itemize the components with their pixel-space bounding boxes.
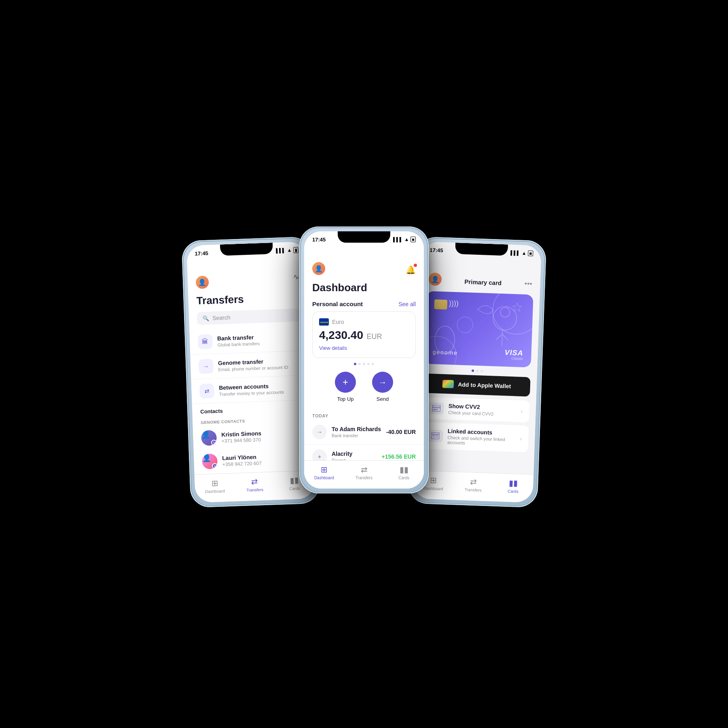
tab-dashboard-label-left: Dashboard	[205, 489, 225, 494]
tx-adam-richards[interactable]: → To Adam Richards Bank transfer -40.00 …	[304, 420, 424, 444]
tab-cards-center[interactable]: ▮▮ Cards	[384, 465, 424, 480]
svg-line-4	[502, 334, 508, 340]
tab-dashboard-icon-center: ⊞	[321, 465, 328, 474]
trend-icon[interactable]: ∿	[293, 273, 299, 282]
personal-account-section: Personal account See all	[304, 299, 424, 311]
avatar-person-icon: 👤	[198, 278, 207, 286]
signal-icon-r: ▌▌▌	[510, 250, 520, 256]
tab-dashboard-label-center: Dashboard	[314, 476, 334, 480]
more-options-icon[interactable]: •••	[524, 279, 532, 288]
tab-dashboard-label-right: Dashboard	[423, 486, 443, 491]
between-accounts-item[interactable]: ⇄ Between accounts Transfer money to you…	[191, 375, 312, 404]
tab-dashboard-center[interactable]: ⊞ Dashboard	[304, 465, 344, 480]
tab-transfers-left[interactable]: ⇄ Transfers	[235, 476, 275, 493]
top-up-button[interactable]: + Top Up	[335, 372, 356, 402]
between-accounts-icon: ⇄	[199, 383, 214, 398]
dashboard-title: Dashboard	[304, 281, 424, 299]
tx-amount-1: -40.00 EUR	[386, 429, 416, 435]
top-up-label: Top Up	[337, 396, 353, 402]
genome-transfer-icon: →	[199, 359, 214, 374]
card-chip	[434, 299, 447, 309]
tab-transfers-icon-left: ⇄	[251, 477, 258, 487]
today-label: TODAY	[304, 410, 424, 420]
tab-transfers-right[interactable]: ⇄ Transfers	[453, 476, 493, 493]
cvv2-icon	[429, 402, 444, 414]
card-visual[interactable]: )))) genome VISA Classic	[424, 291, 533, 368]
tab-bar-center: ⊞ Dashboard ⇄ Transfers ▮▮ Cards	[304, 460, 424, 489]
notch-right	[455, 243, 508, 256]
tx-amount-2: +156.56 EUR	[382, 453, 416, 460]
status-icons-right: ▌▌▌ ▲ ■	[510, 250, 533, 256]
tab-cards-icon-left: ▮▮	[290, 475, 299, 485]
primary-card-label: Primary card	[464, 278, 502, 286]
tab-transfers-icon-right: ⇄	[470, 477, 477, 487]
user-avatar-left[interactable]: 👤	[196, 275, 209, 289]
battery-icon-c: ■	[411, 237, 416, 242]
linked-accounts-option[interactable]: Linked accounts Check and switch your li…	[421, 422, 529, 452]
dot-1	[354, 363, 356, 365]
status-icons-left: ▌▌▌ ▲ ▮	[276, 247, 298, 254]
svg-point-0	[493, 306, 517, 331]
avatar-badge-1: G	[211, 440, 217, 445]
tab-transfers-icon-center: ⇄	[361, 465, 368, 474]
linked-accounts-icon	[428, 430, 443, 442]
tab-transfers-label-right: Transfers	[465, 487, 482, 492]
avatar-badge-2: G	[212, 463, 218, 469]
dot-4	[367, 363, 370, 365]
wifi-icon: ▲	[287, 247, 292, 253]
show-cvv2-option[interactable]: Show CVV2 Check your card CVV2 ›	[422, 397, 530, 422]
euro-flag: ★★★★★	[319, 318, 329, 326]
contact-person-icon-1: 👤	[201, 431, 210, 439]
tab-dashboard-left[interactable]: ⊞ Dashboard	[195, 478, 235, 494]
tab-transfers-center[interactable]: ⇄ Transfers	[344, 465, 384, 480]
genome-transfer-item[interactable]: → Genome transfer Email, phone number or…	[190, 351, 311, 379]
svg-rect-15	[432, 436, 438, 438]
notification-badge[interactable]: 🔔	[406, 265, 416, 275]
svg-point-7	[457, 317, 473, 333]
card-brand-genome: genome	[432, 349, 458, 356]
user-avatar-right[interactable]: 👤	[428, 273, 442, 286]
send-button[interactable]: → Send	[372, 372, 393, 402]
contact-lauri[interactable]: 👤 G Lauri Ylönen +358 942 720 607	[194, 446, 314, 474]
balance-card[interactable]: ★★★★★ Euro 4,230.40 EUR View details	[312, 311, 416, 358]
tab-bar-left: ⊞ Dashboard ⇄ Transfers ▮▮ Cards	[195, 470, 315, 503]
contact-person-icon-2: 👤	[202, 454, 211, 463]
svg-rect-10	[433, 409, 438, 410]
notch-center	[338, 231, 390, 243]
battery-icon: ▮	[293, 247, 298, 253]
tx-name-2: Alacrity	[332, 451, 382, 457]
action-row: + Top Up → Send	[304, 372, 424, 410]
dash-header: 👤 🔔	[304, 246, 424, 281]
notification-dot	[414, 264, 417, 267]
contact-kristin[interactable]: 👤 G Kristin Simons +371 944 580 370	[193, 423, 313, 450]
pagination-dots	[304, 358, 424, 372]
tab-transfers-label-left: Transfers	[246, 487, 263, 492]
transfers-title: Transfers	[196, 293, 244, 307]
phone-right: 17:45 ▌▌▌ ▲ ■ 👤 Primary card •••	[408, 237, 547, 508]
wifi-icon-r: ▲	[522, 250, 527, 256]
tx-name-1: To Adam Richards	[332, 426, 386, 432]
arrow-right-icon: →	[379, 378, 387, 387]
linked-accounts-card-icon	[431, 432, 440, 439]
bank-transfer-item[interactable]: 🏛 Bank transfer Global bank transfers ›	[189, 326, 310, 355]
tab-cards-icon-center: ▮▮	[400, 465, 408, 474]
cvv2-card-icon	[432, 405, 441, 412]
notch-left	[220, 243, 273, 256]
cvv2-chevron: ›	[521, 408, 523, 415]
balance-currency: EUR	[366, 332, 382, 341]
apple-wallet-button[interactable]: Add to Apple Wallet	[423, 373, 531, 396]
wallet-color-icon	[442, 380, 454, 388]
dot-5	[372, 363, 374, 365]
contact-avatar-kristin: 👤 G	[201, 430, 217, 446]
view-details-link[interactable]: View details	[319, 345, 409, 351]
transfers-header: 👤 ∿ Transfers	[187, 256, 308, 312]
tab-cards-right[interactable]: ▮▮ Cards	[493, 478, 533, 494]
apple-wallet-label: Add to Apple Wallet	[458, 381, 511, 389]
search-icon: 🔍	[203, 315, 210, 322]
card-dot-2	[476, 370, 478, 372]
tab-dashboard-icon-left: ⊞	[211, 478, 218, 488]
see-all-link[interactable]: See all	[398, 301, 416, 307]
user-avatar-center[interactable]: 👤	[312, 262, 325, 275]
phone-center: 17:45 ▌▌▌ ▲ ■ 👤 🔔	[299, 226, 429, 493]
tx-icon-1: →	[312, 425, 327, 439]
